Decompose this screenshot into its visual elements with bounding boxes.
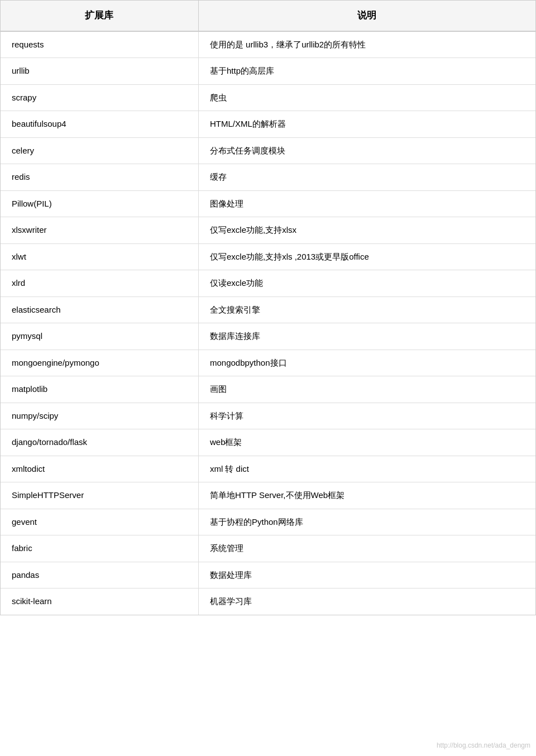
lib-cell: scrapy — [1, 84, 198, 111]
lib-cell: xlrd — [1, 270, 198, 297]
lib-cell: pandas — [1, 562, 198, 588]
table-row: celery分布式任务调度模块 — [1, 137, 535, 164]
table-row: gevent基于协程的Python网络库 — [1, 509, 535, 535]
lib-cell: pymysql — [1, 323, 198, 350]
desc-cell: 基于http的高层库 — [198, 58, 535, 85]
desc-cell: 系统管理 — [198, 535, 535, 562]
lib-cell: urllib — [1, 58, 198, 85]
desc-cell: 仅读excle功能 — [198, 270, 535, 297]
desc-cell: 缓存 — [198, 164, 535, 191]
desc-cell: 机器学习库 — [198, 588, 535, 615]
table-row: pandas数据处理库 — [1, 562, 535, 588]
main-table-container: 扩展库 说明 requests使用的是 urllib3，继承了urllib2的所… — [0, 0, 536, 615]
table-row: fabric系统管理 — [1, 535, 535, 562]
lib-cell: xlsxwriter — [1, 217, 198, 244]
lib-cell: Pillow(PIL) — [1, 190, 198, 217]
desc-cell: HTML/XML的解析器 — [198, 111, 535, 138]
lib-cell: numpy/scipy — [1, 403, 198, 429]
table-row: SimpleHTTPServer简单地HTTP Server,不使用Web框架 — [1, 482, 535, 509]
lib-cell: gevent — [1, 509, 198, 535]
desc-cell: xml 转 dict — [198, 456, 535, 482]
lib-cell: django/tornado/flask — [1, 429, 198, 456]
desc-cell: 爬虫 — [198, 84, 535, 111]
lib-cell: xlwt — [1, 243, 198, 270]
table-row: xlwt仅写excle功能,支持xls ,2013或更早版office — [1, 243, 535, 270]
table-row: xlsxwriter仅写excle功能,支持xlsx — [1, 217, 535, 244]
lib-cell: beautifulsoup4 — [1, 111, 198, 138]
desc-cell: 数据处理库 — [198, 562, 535, 588]
desc-cell: 简单地HTTP Server,不使用Web框架 — [198, 482, 535, 509]
table-row: requests使用的是 urllib3，继承了urllib2的所有特性 — [1, 31, 535, 58]
lib-cell: redis — [1, 164, 198, 191]
table-row: beautifulsoup4HTML/XML的解析器 — [1, 111, 535, 138]
table-row: django/tornado/flaskweb框架 — [1, 429, 535, 456]
desc-cell: 仅写excle功能,支持xlsx — [198, 217, 535, 244]
table-row: pymysql数据库连接库 — [1, 323, 535, 350]
table-row: numpy/scipy科学计算 — [1, 403, 535, 429]
lib-cell: xmltodict — [1, 456, 198, 482]
table-row: matplotlib画图 — [1, 376, 535, 403]
desc-cell: 基于协程的Python网络库 — [198, 509, 535, 535]
lib-cell: SimpleHTTPServer — [1, 482, 198, 509]
desc-cell: 科学计算 — [198, 403, 535, 429]
lib-cell: celery — [1, 137, 198, 164]
table-row: redis缓存 — [1, 164, 535, 191]
desc-cell: 图像处理 — [198, 190, 535, 217]
desc-cell: 使用的是 urllib3，继承了urllib2的所有特性 — [198, 31, 535, 58]
desc-cell: 数据库连接库 — [198, 323, 535, 350]
library-table: 扩展库 说明 requests使用的是 urllib3，继承了urllib2的所… — [1, 1, 535, 615]
table-header-row: 扩展库 说明 — [1, 1, 535, 31]
header-desc: 说明 — [198, 1, 535, 31]
table-row: xmltodictxml 转 dict — [1, 456, 535, 482]
lib-cell: mongoengine/pymongo — [1, 350, 198, 376]
lib-cell: matplotlib — [1, 376, 198, 403]
header-lib: 扩展库 — [1, 1, 198, 31]
table-row: scikit-learn机器学习库 — [1, 588, 535, 615]
lib-cell: fabric — [1, 535, 198, 562]
lib-cell: scikit-learn — [1, 588, 198, 615]
table-row: Pillow(PIL)图像处理 — [1, 190, 535, 217]
table-row: elasticsearch全文搜索引擎 — [1, 296, 535, 323]
desc-cell: 分布式任务调度模块 — [198, 137, 535, 164]
desc-cell: 全文搜索引擎 — [198, 296, 535, 323]
table-row: urllib基于http的高层库 — [1, 58, 535, 85]
desc-cell: mongodbpython接口 — [198, 350, 535, 376]
table-row: mongoengine/pymongomongodbpython接口 — [1, 350, 535, 376]
lib-cell: requests — [1, 31, 198, 58]
desc-cell: 画图 — [198, 376, 535, 403]
lib-cell: elasticsearch — [1, 296, 198, 323]
desc-cell: web框架 — [198, 429, 535, 456]
table-row: scrapy爬虫 — [1, 84, 535, 111]
desc-cell: 仅写excle功能,支持xls ,2013或更早版office — [198, 243, 535, 270]
table-row: xlrd仅读excle功能 — [1, 270, 535, 297]
